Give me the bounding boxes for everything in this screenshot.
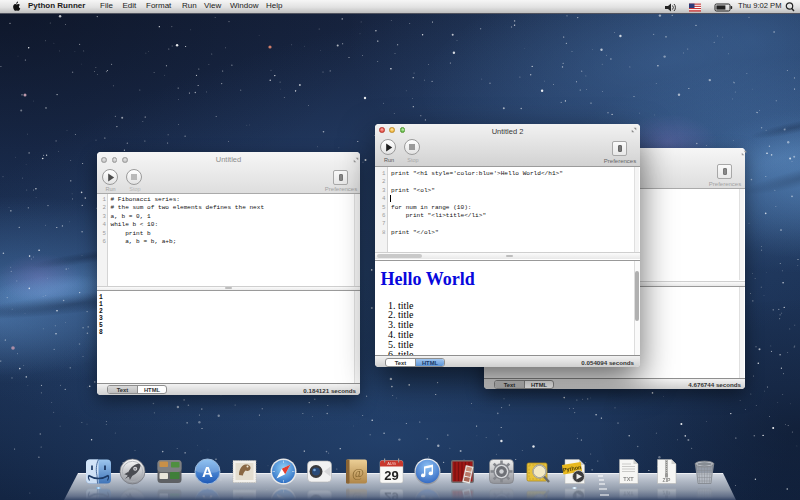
svg-text:29: 29 [384, 468, 398, 483]
svg-text:TXT: TXT [623, 476, 634, 482]
svg-text:ZIP: ZIP [663, 476, 671, 482]
svg-text:A: A [202, 463, 213, 480]
svg-text:@: @ [352, 464, 364, 479]
svg-text:AUG: AUG [387, 461, 396, 466]
